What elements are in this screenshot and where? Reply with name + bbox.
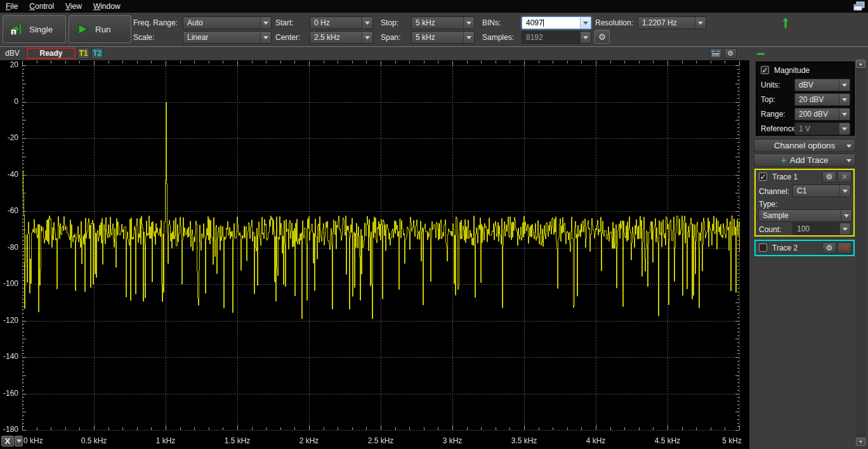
triangle-up-icon: ▲ (858, 62, 863, 66)
bins-label: BINs: (482, 18, 501, 27)
x-axis-tick-label: 3.5 kHz (511, 436, 537, 445)
chevron-down-icon (362, 17, 372, 29)
x-axis-tick-label: 1 kHz (156, 436, 176, 445)
y-axis-tick-label: -80 (0, 243, 18, 252)
trace1-panel: Trace 1 ⚙ ✕ Channel: C1 Type: Sample Cou… (754, 169, 855, 237)
x-axis-tick-label: 0 kHz (23, 436, 43, 445)
chevron-down-icon (839, 108, 850, 120)
add-trace-button[interactable]: + Add Trace (754, 153, 855, 167)
trace1-count-label: Count: (759, 225, 781, 234)
plus-icon: + (780, 156, 786, 165)
x-axis-tick-label: 1.5 kHz (225, 436, 251, 445)
magnitude-checkbox[interactable] (761, 66, 769, 74)
toolbar: 1 Single Run Freq. Range: Scale: Auto Li… (0, 13, 868, 47)
run-icon (76, 22, 89, 36)
collapse-panel-icon[interactable] (756, 53, 765, 55)
y-axis-tick-label: -180 (0, 425, 18, 434)
trace1-count-select[interactable]: 100 (792, 223, 851, 235)
chevron-down-icon (463, 17, 474, 29)
right-panel: Magnitude Units: dBV Top: 20 dBV Range: … (749, 47, 868, 449)
reference-label: Reference: (761, 124, 798, 133)
trace1-checkbox[interactable] (759, 172, 767, 181)
trace2-close-button[interactable]: ✕ (838, 242, 852, 254)
resolution-select[interactable]: 1.2207 Hz (638, 16, 706, 29)
span-select[interactable]: 5 kHz (411, 31, 475, 44)
scrollbar-up-button[interactable]: ▲ (856, 60, 865, 68)
acquisition-settings-button[interactable]: ⚙ (595, 30, 610, 44)
single-button[interactable]: 1 Single (3, 15, 66, 43)
range-select[interactable]: 200 dBV (794, 108, 850, 120)
samples-label: Samples: (482, 33, 514, 42)
freq-range-select[interactable]: Auto (183, 16, 272, 29)
chevron-down-icon (846, 159, 852, 162)
x-axis-mode-button[interactable]: X (1, 436, 14, 446)
chevron-down-icon (362, 32, 372, 43)
close-icon: ✕ (841, 172, 848, 181)
scale-select[interactable]: Linear (183, 31, 272, 44)
chevron-down-icon (839, 94, 850, 105)
cursors-button[interactable] (709, 48, 722, 59)
tab-trace2[interactable]: T2 (91, 48, 103, 59)
cascade-windows-icon[interactable] (853, 1, 865, 11)
top-label: Top: (761, 95, 775, 104)
scrollbar-track[interactable] (856, 68, 865, 438)
stop-select[interactable]: 5 kHz (411, 16, 475, 29)
chevron-down-icon (841, 210, 852, 221)
range-label: Range: (761, 110, 786, 119)
menu-window[interactable]: Window (88, 1, 126, 12)
scroll-up-indicator-icon[interactable] (780, 16, 791, 30)
y-axis-tick-label: 0 (0, 97, 18, 106)
chevron-down-icon (580, 17, 591, 29)
bins-input[interactable]: 4097 (522, 16, 591, 29)
menu-control[interactable]: Control (23, 1, 60, 12)
trace2-panel: Trace 2 ⚙ ✕ (754, 240, 855, 256)
reference-select[interactable]: 1 V (794, 122, 850, 135)
trace1-type-label: Type: (759, 200, 777, 209)
center-label: Center: (275, 33, 300, 42)
trace1-close-button[interactable]: ✕ (838, 171, 852, 183)
chevron-down-icon (260, 17, 271, 29)
y-axis-tick-label: -40 (0, 170, 18, 179)
chevron-down-icon (695, 17, 706, 29)
samples-select[interactable]: 8192 (522, 31, 591, 44)
trace1-title: Trace 1 (772, 172, 798, 181)
menu-file[interactable]: File (0, 1, 23, 12)
spectrum-plot-area[interactable] (0, 0, 749, 449)
y-axis-tick-label: -160 (0, 389, 18, 398)
scrollbar-down-button[interactable]: ▼ (856, 438, 865, 446)
trace2-checkbox[interactable] (759, 244, 767, 252)
trace1-channel-select[interactable]: C1 (792, 185, 851, 197)
menu-view[interactable]: View (60, 1, 88, 12)
chevron-down-icon (839, 185, 850, 197)
top-select[interactable]: 20 dBV (794, 93, 850, 106)
plot-header: dBV Ready T1 T2 ⚙ (0, 47, 749, 60)
chevron-down-icon (463, 32, 474, 43)
resolution-label: Resolution: (595, 18, 633, 27)
x-axis-tick-label: 2 kHz (299, 436, 319, 445)
gear-icon: ⚙ (826, 172, 833, 181)
y-axis-tick-label: -120 (0, 316, 18, 325)
close-icon: ✕ (841, 244, 848, 252)
start-select[interactable]: 0 Hz (310, 16, 373, 29)
x-axis-tick-label: 4.5 kHz (655, 436, 681, 445)
cursors-icon (711, 50, 720, 57)
run-button[interactable]: Run (69, 15, 131, 43)
gear-icon: ⚙ (826, 244, 833, 252)
x-axis-mode-dropdown[interactable] (15, 436, 23, 446)
app-window: File Control View Window 1 Single Run (0, 0, 868, 449)
y-axis-tick-label: -20 (0, 133, 18, 142)
y-axis-unit-label: dBV (5, 49, 20, 58)
x-axis-tick-label: 0.5 kHz (81, 436, 107, 445)
trace1-settings-button[interactable]: ⚙ (822, 171, 836, 183)
trace1-channel-label: Channel: (759, 187, 789, 196)
channel-options-button[interactable]: Channel options (754, 139, 855, 152)
center-select[interactable]: 2.5 kHz (310, 31, 373, 44)
tab-trace1[interactable]: T1 (77, 48, 89, 59)
trace1-type-select[interactable]: Sample (758, 209, 852, 222)
magnitude-section: Magnitude Units: dBV Top: 20 dBV Range: … (756, 62, 855, 136)
trace2-settings-button[interactable]: ⚙ (822, 242, 836, 254)
x-axis-tick-label: 4 kHz (586, 436, 606, 445)
units-select[interactable]: dBV (794, 79, 850, 91)
plot-settings-button[interactable]: ⚙ (724, 48, 737, 59)
start-label: Start: (275, 18, 294, 27)
